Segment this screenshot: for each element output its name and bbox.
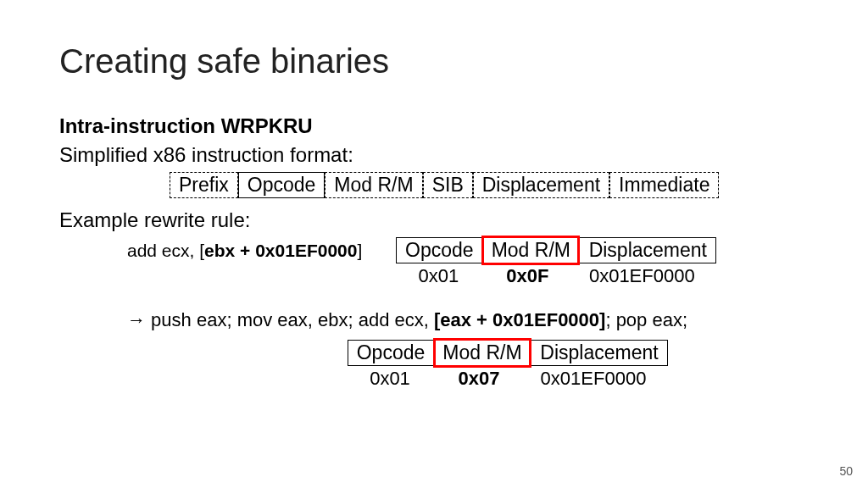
instruction-original: add ecx, [ebx + 0x01EF0000] — [127, 241, 362, 261]
fmt-opcode: Opcode — [238, 172, 326, 198]
arrow-icon: → — [127, 309, 146, 330]
fmt-prefix: Prefix — [170, 172, 238, 198]
t1-hdr-disp: Displacement — [579, 237, 716, 263]
t1-hdr-opcode: Opcode — [396, 237, 482, 263]
slide-title: Creating safe binaries — [59, 42, 809, 80]
encoding-table-2: Opcode Mod R/M Displacement 0x01 0x07 0x… — [348, 340, 809, 391]
section-subtitle: Intra-instruction WRPKRU — [59, 114, 809, 138]
example-row-1: add ecx, [ebx + 0x01EF0000] Opcode Mod R… — [59, 237, 809, 289]
t1-val-disp: 0x01EF0000 — [574, 263, 709, 289]
t2-hdr-modrm: Mod R/M — [433, 338, 531, 368]
fmt-imm: Immediate — [609, 172, 719, 198]
t1-val-opcode: 0x01 — [396, 263, 481, 289]
fmt-disp: Displacement — [473, 172, 609, 198]
t1-val-modrm: 0x0F — [481, 263, 574, 289]
rewrite-line: → push eax; mov eax, ebx; add ecx, [eax … — [127, 309, 809, 331]
fmt-sib: SIB — [423, 172, 473, 198]
t2-val-opcode: 0x01 — [348, 366, 432, 391]
t2-hdr-opcode: Opcode — [348, 340, 434, 366]
t2-val-modrm: 0x07 — [432, 366, 526, 391]
page-number: 50 — [839, 464, 853, 478]
encoding-table-1: Opcode Mod R/M Displacement 0x01 0x0F 0x… — [396, 237, 716, 289]
t2-hdr-disp: Displacement — [531, 340, 668, 366]
t2-val-disp: 0x01EF0000 — [526, 366, 661, 391]
instruction-format-row: Prefix Opcode Mod R/M SIB Displacement I… — [170, 172, 809, 198]
format-intro: Simplified x86 instruction format: — [59, 143, 809, 167]
t1-hdr-modrm: Mod R/M — [481, 236, 580, 265]
fmt-modrm: Mod R/M — [325, 172, 422, 198]
example-intro: Example rewrite rule: — [59, 208, 809, 232]
